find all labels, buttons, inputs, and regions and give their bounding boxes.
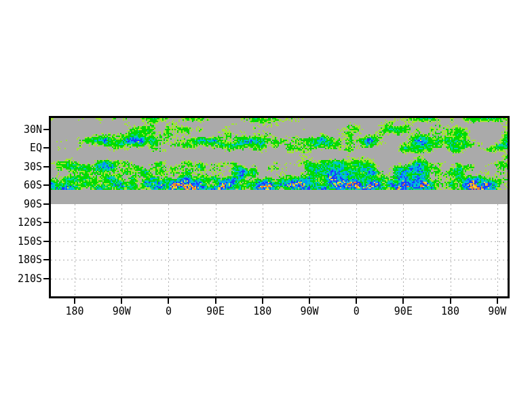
x-tick-label: 0 [145, 305, 192, 317]
y-axis-tick [43, 129, 49, 130]
x-axis-tick [402, 298, 404, 304]
y-tick-label: 180S [0, 254, 42, 266]
x-tick-label: 90W [286, 305, 333, 317]
x-tick-label: 180 [51, 305, 98, 317]
x-tick-label: 180 [427, 305, 474, 317]
x-axis-tick [262, 298, 263, 304]
x-tick-label: 90W [474, 305, 521, 317]
y-tick-label: 120S [0, 216, 42, 229]
y-axis-tick [43, 203, 49, 205]
plot-frame [49, 116, 510, 298]
x-axis-tick [450, 298, 451, 304]
x-axis-tick [168, 298, 169, 304]
x-tick-label: 180 [239, 305, 286, 317]
y-tick-label: 90S [0, 198, 42, 210]
y-axis-tick [43, 278, 49, 279]
y-axis-tick [43, 241, 49, 242]
x-tick-label: 90W [98, 305, 145, 317]
chart-stage: 30NEQ30S60S90S120S150S180S210S18090W090E… [0, 0, 532, 415]
x-axis-tick [121, 298, 122, 304]
x-tick-label: 90E [379, 305, 427, 317]
y-tick-label: 30S [0, 161, 42, 173]
x-axis-tick [309, 298, 310, 304]
y-axis-tick [43, 166, 49, 167]
y-axis-tick [43, 259, 49, 260]
y-tick-label: 60S [0, 179, 42, 191]
x-axis-tick [497, 298, 498, 304]
y-tick-label: 150S [0, 235, 42, 248]
x-axis-tick [215, 298, 216, 304]
x-tick-label: 90E [192, 305, 240, 317]
y-tick-label: EQ [0, 142, 42, 154]
y-tick-label: 210S [0, 273, 42, 285]
x-axis-tick [356, 298, 357, 304]
y-axis-tick [43, 184, 49, 186]
x-axis-tick [74, 298, 75, 304]
x-tick-label: 0 [332, 305, 380, 317]
y-axis-tick [43, 222, 49, 223]
y-tick-label: 30N [0, 123, 42, 136]
y-axis-tick [43, 147, 49, 149]
